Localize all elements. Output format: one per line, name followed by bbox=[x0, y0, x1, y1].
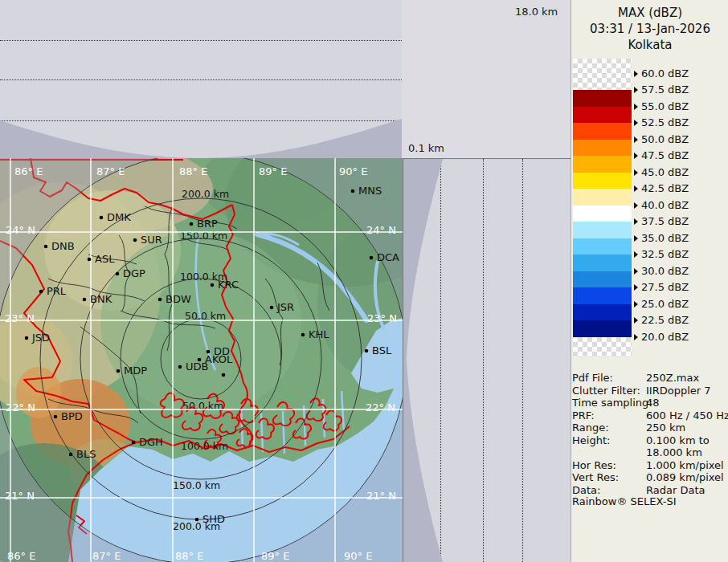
scale-tick-arrow-icon bbox=[634, 268, 638, 275]
colorbar-block bbox=[573, 271, 632, 288]
metadata-label: Pdf File: bbox=[572, 372, 613, 385]
metadata-value: 48 bbox=[646, 397, 660, 409]
beam-shadow-side bbox=[403, 159, 571, 562]
dbz-scale-label: 22.5 dBZ bbox=[634, 314, 689, 326]
colorbar-block bbox=[573, 255, 632, 271]
colorbar-block bbox=[573, 320, 632, 337]
dbz-scale-label: 50.0 dBZ bbox=[634, 133, 689, 145]
meridian-label: 88° E bbox=[175, 550, 203, 562]
colorbar-block bbox=[573, 59, 632, 90]
colorbar-block bbox=[573, 123, 632, 140]
parallel-label: 21° N bbox=[5, 490, 35, 502]
product-metadata: Pdf File:250Z.maxClutter Filter:IIRDoppl… bbox=[572, 372, 728, 496]
profile-axis-corner: 18.0 km 0.1 km bbox=[402, 0, 571, 159]
parallel-label: 21° N bbox=[366, 490, 396, 502]
scale-tick-arrow-icon bbox=[634, 87, 638, 93]
product-title: MAX (dBZ) bbox=[571, 5, 728, 21]
city-code-label: SHD bbox=[202, 513, 225, 525]
dbz-scale-label: 57.5 dBZ bbox=[634, 83, 689, 96]
parallel-label: 22° N bbox=[6, 401, 35, 413]
colorbar-block bbox=[573, 140, 632, 157]
scale-tick-arrow-icon bbox=[634, 104, 638, 110]
meridian-label: 86° E bbox=[7, 550, 35, 562]
beam-shadow-top bbox=[0, 0, 402, 158]
dbz-scale-label: 25.0 dBZ bbox=[634, 298, 689, 310]
metadata-row: Height:0.100 km to bbox=[572, 434, 728, 447]
city-code-label: PRL bbox=[47, 285, 67, 297]
city-dot bbox=[365, 349, 369, 353]
metadata-label: Data: bbox=[572, 484, 600, 497]
metadata-value: 600 Hz / 450 Hz bbox=[646, 409, 728, 422]
scale-tick-arrow-icon bbox=[634, 334, 638, 340]
city-code-label: DCA bbox=[377, 251, 399, 263]
range-ring-label: 200.0 km bbox=[182, 188, 229, 200]
colorbar-block bbox=[573, 206, 632, 222]
metadata-row: Time sampling:48 bbox=[572, 397, 728, 409]
city-code-label: KHL bbox=[309, 328, 329, 340]
metadata-row: Hor Res:1.000 km/pixel bbox=[572, 459, 728, 472]
meridian-label: 90° E bbox=[344, 550, 372, 562]
city-code-label: BRP bbox=[197, 218, 218, 230]
city-dot bbox=[44, 245, 48, 249]
dbz-scale-label: 35.0 dBZ bbox=[634, 232, 689, 244]
city-code-label: UDB bbox=[186, 360, 208, 373]
metadata-value: 1.000 km/pixel bbox=[646, 459, 724, 472]
dbz-scale-label: 37.5 dBZ bbox=[634, 215, 689, 227]
city-code-label: JSR bbox=[276, 301, 294, 313]
city-code-label: DGH bbox=[139, 436, 163, 448]
city-code-label: KRC bbox=[218, 279, 239, 291]
city-code-label: AKOL bbox=[205, 353, 233, 365]
meridian-label: 89° E bbox=[261, 550, 289, 562]
city-dot bbox=[54, 415, 58, 419]
range-ring-label: 150.0 km bbox=[173, 479, 220, 491]
city-dot bbox=[100, 216, 104, 220]
city-dot bbox=[351, 189, 355, 193]
metadata-value: 18.000 km bbox=[646, 446, 702, 459]
dbz-scale-label: 20.0 dBZ bbox=[634, 331, 689, 343]
metadata-row: PRF:600 Hz / 450 Hz bbox=[572, 409, 728, 422]
metadata-label: Vert Res: bbox=[572, 471, 619, 484]
city-dot bbox=[211, 283, 215, 287]
metadata-label: Clutter Filter: bbox=[572, 385, 640, 397]
metadata-row: 18.000 km bbox=[572, 446, 728, 459]
scale-tick-arrow-icon bbox=[634, 301, 638, 307]
dbz-scale-label: 52.5 dBZ bbox=[634, 116, 689, 128]
meridian-label: 87° E bbox=[96, 165, 125, 177]
top-height-profile-panel bbox=[0, 0, 402, 159]
colorbar-block bbox=[573, 173, 632, 189]
height-axis-min-label: 0.1 km bbox=[408, 142, 444, 154]
panel-divider bbox=[403, 158, 403, 562]
city-dot bbox=[132, 441, 136, 445]
colorbar-block bbox=[573, 156, 632, 173]
parallel-label: 23° N bbox=[367, 312, 397, 324]
city-dot bbox=[116, 272, 120, 276]
city-dot bbox=[190, 222, 194, 226]
metadata-row: Vert Res:0.089 km/pixel bbox=[572, 471, 728, 484]
metadata-value: 250 km bbox=[646, 422, 685, 434]
metadata-label: PRF: bbox=[572, 409, 595, 422]
radar-map: 200.0 km150.0 km100.0 km50.0 km50.0 km10… bbox=[0, 158, 403, 562]
scale-tick-arrow-icon bbox=[634, 218, 638, 225]
metadata-value: 0.100 km to bbox=[646, 434, 710, 447]
height-axis-max-label: 18.0 km bbox=[515, 6, 558, 18]
city-code-label: DNB bbox=[51, 240, 75, 252]
metadata-value: 250Z.max bbox=[646, 372, 699, 385]
city-dot bbox=[133, 238, 137, 242]
dbz-scale-label: 47.5 dBZ bbox=[634, 149, 689, 161]
meridian-label: 90° E bbox=[339, 165, 367, 177]
city-dot bbox=[222, 373, 226, 377]
legend-title-block: MAX (dBZ) 03:31 / 13-Jan-2026 Kolkata bbox=[571, 5, 728, 53]
city-code-label: ASL bbox=[95, 253, 115, 265]
scale-tick-arrow-icon bbox=[634, 120, 638, 126]
metadata-label: Time sampling: bbox=[572, 397, 652, 409]
city-dot bbox=[25, 336, 29, 340]
city-code-label: DGP bbox=[123, 267, 145, 279]
meridian-label: 86° E bbox=[14, 165, 43, 177]
city-dot bbox=[178, 365, 182, 369]
metadata-value: Radar Data bbox=[646, 484, 705, 497]
scale-tick-arrow-icon bbox=[634, 153, 638, 159]
metadata-row: Clutter Filter:IIRDoppler 7 bbox=[572, 385, 728, 397]
meridian-label: 87° E bbox=[92, 550, 121, 562]
city-code-label: BDW bbox=[166, 293, 191, 305]
metadata-row: Data:Radar Data bbox=[572, 484, 728, 497]
